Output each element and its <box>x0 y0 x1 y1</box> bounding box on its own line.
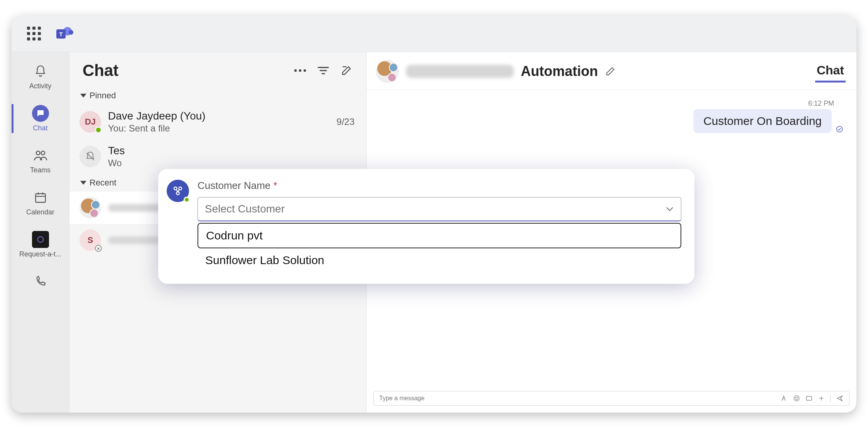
tab-chat[interactable]: Chat <box>815 60 846 83</box>
avatar-initials: S <box>88 235 93 245</box>
chevron-down-icon <box>80 181 86 185</box>
avatar <box>79 146 101 167</box>
send-icon[interactable] <box>836 394 844 402</box>
attach-icon[interactable] <box>818 395 825 402</box>
presence-available-icon <box>184 197 190 203</box>
chevron-down-icon <box>80 94 86 98</box>
svg-point-0 <box>36 151 40 155</box>
gif-icon[interactable] <box>806 395 812 402</box>
divider <box>830 394 831 402</box>
power-automate-icon <box>167 180 189 202</box>
blurred-title <box>406 65 514 78</box>
svg-point-3 <box>37 237 43 243</box>
chat-list-header: Chat <box>69 52 366 87</box>
rail-calendar[interactable]: Calendar <box>12 187 69 219</box>
calendar-icon <box>32 189 49 206</box>
rail-activity-label: Activity <box>29 82 51 90</box>
required-mark: * <box>274 180 277 191</box>
avatar: S <box>79 229 101 251</box>
rail-calls[interactable] <box>12 271 69 292</box>
edit-icon[interactable] <box>605 66 616 77</box>
form-body: Customer Name * Select Customer Codrun p… <box>198 180 681 272</box>
dropdown-options: Codrun pvt <box>198 223 681 248</box>
phone-icon <box>32 273 49 290</box>
rail-activity[interactable]: Activity <box>12 61 69 93</box>
chat-row-sub: Wo <box>108 158 355 169</box>
more-icon[interactable] <box>291 62 309 79</box>
rail-teams[interactable]: Teams <box>12 145 69 177</box>
top-bar: T <box>12 15 856 52</box>
section-recent-label: Recent <box>90 178 117 188</box>
chat-row-dave[interactable]: DJ Dave Jaydeep (You) You: Sent a file 9… <box>69 104 366 139</box>
field-label: Customer Name * <box>198 180 277 191</box>
svg-point-13 <box>795 398 796 398</box>
app-rail: Activity Chat Teams Calendar <box>12 52 69 413</box>
group-avatar <box>376 60 399 83</box>
group-avatar <box>79 197 101 219</box>
outgoing-message: 6:12 PM Customer On Boarding <box>693 99 843 133</box>
conversation-header: Automation Chat <box>366 52 856 90</box>
teams-logo-icon[interactable]: T <box>56 25 73 42</box>
chat-icon <box>32 105 49 122</box>
filter-icon[interactable] <box>314 62 332 79</box>
svg-point-5 <box>299 69 301 72</box>
svg-point-6 <box>304 69 306 72</box>
people-icon <box>32 147 49 164</box>
chevron-down-icon <box>665 206 674 212</box>
presence-available-icon <box>95 126 102 133</box>
chat-list-title: Chat <box>83 61 118 80</box>
svg-point-1 <box>41 151 45 155</box>
conversation-title-suffix: Automation <box>521 63 598 79</box>
svg-rect-2 <box>35 194 46 202</box>
svg-point-12 <box>794 396 799 401</box>
option-sunflower[interactable]: Sunflower Lab Solution <box>198 248 681 272</box>
rail-request-label: Request-a-t... <box>19 250 61 258</box>
chat-row-sub: You: Sent a file <box>108 123 329 134</box>
svg-point-4 <box>294 69 297 72</box>
avatar: DJ <box>79 111 101 133</box>
format-icon[interactable] <box>781 395 788 402</box>
section-pinned-label: Pinned <box>90 91 116 101</box>
emoji-icon[interactable] <box>793 395 800 402</box>
rail-chat-label: Chat <box>33 124 47 132</box>
section-pinned[interactable]: Pinned <box>69 87 366 104</box>
compose-bar <box>373 391 849 406</box>
sent-check-icon <box>836 125 843 133</box>
status-unknown-icon <box>95 245 102 252</box>
chat-row-date: 9/23 <box>336 116 355 127</box>
chat-row-name: Tes <box>108 145 355 157</box>
svg-point-11 <box>837 126 843 132</box>
avatar-initials: DJ <box>85 117 96 127</box>
compose-icon[interactable] <box>338 62 355 79</box>
rail-calendar-label: Calendar <box>26 208 54 216</box>
app-window: T Activity Chat Teams <box>12 15 856 413</box>
svg-rect-15 <box>806 396 812 401</box>
message-bubble[interactable]: Customer On Boarding <box>693 109 832 133</box>
message-time: 6:12 PM <box>808 99 843 108</box>
customer-form-card: Customer Name * Select Customer Codrun p… <box>158 169 694 284</box>
select-placeholder: Select Customer <box>205 203 285 215</box>
app-launcher-icon[interactable] <box>27 27 41 40</box>
bell-icon <box>32 63 49 80</box>
compose-input[interactable] <box>379 395 775 402</box>
bell-off-icon <box>85 151 96 162</box>
chat-row-name: Dave Jaydeep (You) <box>108 110 329 122</box>
customer-select[interactable]: Select Customer <box>198 197 681 221</box>
svg-point-14 <box>797 398 798 398</box>
rail-chat[interactable]: Chat <box>12 103 69 135</box>
rail-request[interactable]: Request-a-t... <box>12 229 69 261</box>
option-codrun[interactable]: Codrun pvt <box>198 224 681 248</box>
request-app-icon <box>32 231 49 248</box>
rail-teams-label: Teams <box>30 166 51 174</box>
field-label-text: Customer Name <box>198 180 270 191</box>
